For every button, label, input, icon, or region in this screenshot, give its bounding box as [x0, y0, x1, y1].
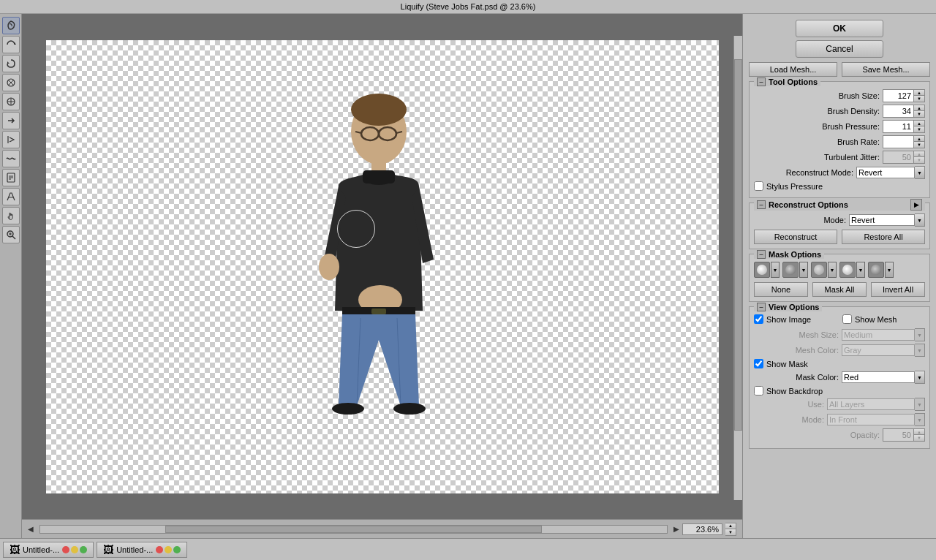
ok-button[interactable]: OK	[796, 20, 883, 37]
tool-shift-pixels[interactable]	[2, 112, 20, 129]
recon-mode-select[interactable]: Revert Rigid Stiff Smooth Loose	[849, 214, 915, 226]
tool-reflection[interactable]	[2, 131, 20, 148]
tool-twirl-cw[interactable]	[2, 55, 20, 72]
recon-mode-arrow[interactable]: ▼	[915, 213, 925, 227]
taskbar-dot-green-2[interactable]	[173, 546, 181, 553]
brush-density-input[interactable]	[883, 105, 913, 118]
brush-density-down[interactable]: ▼	[914, 111, 924, 117]
tool-options-collapse[interactable]: –	[757, 77, 766, 86]
turbulent-jitter-input[interactable]	[883, 151, 913, 164]
brush-rate-input[interactable]	[883, 135, 913, 148]
show-backdrop-label: Show Backdrop	[766, 387, 823, 396]
show-mask-checkbox[interactable]	[754, 359, 763, 368]
reconstruct-button[interactable]: Reconstruct	[754, 230, 837, 244]
taskbar-dot-yellow-1[interactable]	[71, 546, 78, 553]
tool-reconstruct[interactable]	[2, 36, 20, 53]
taskbar-dot-red-2[interactable]	[156, 546, 163, 553]
taskbar-dot-yellow-2[interactable]	[165, 546, 172, 553]
backdrop-mode-select[interactable]: In Front Behind	[827, 414, 915, 425]
brush-pressure-input-group: ▲ ▼	[883, 120, 925, 133]
show-mesh-checkbox[interactable]	[842, 314, 852, 324]
mask-icon-3-dropdown[interactable]: ▼	[828, 262, 837, 278]
brush-density-spinner[interactable]: ▲ ▼	[913, 105, 925, 118]
mask-icon-4[interactable]	[839, 262, 856, 278]
reconstruct-mode-select[interactable]: Revert Rigid Stiff Smooth Loose	[856, 167, 915, 178]
tool-thaw-mask[interactable]	[2, 188, 20, 205]
brush-size-down[interactable]: ▼	[914, 96, 924, 102]
zoom-stepper[interactable]: ▲ ▼	[725, 523, 736, 536]
opacity-up: ▲	[914, 429, 924, 435]
brush-rate-down[interactable]: ▼	[914, 142, 924, 148]
h-scrollbar-thumb[interactable]	[165, 526, 541, 533]
mask-color-select[interactable]: Red Green Blue White Black	[842, 371, 915, 383]
mask-icon-2[interactable]	[782, 262, 799, 278]
brush-rate-spinner[interactable]: ▲ ▼	[913, 135, 925, 148]
brush-size-spinner[interactable]: ▲ ▼	[913, 89, 925, 102]
use-select[interactable]: All Layers Background	[827, 398, 915, 410]
mask-options-collapse[interactable]: –	[757, 250, 766, 259]
taskbar-dot-green-1[interactable]	[80, 546, 87, 553]
mask-icon-2-dropdown[interactable]: ▼	[799, 262, 808, 278]
tool-hand[interactable]	[2, 207, 20, 224]
mask-color-row: Mask Color: Red Green Blue White Black ▼	[754, 371, 925, 384]
brush-pressure-spinner[interactable]: ▲ ▼	[913, 120, 925, 133]
opacity-input[interactable]	[883, 428, 913, 442]
cancel-button[interactable]: Cancel	[796, 40, 883, 58]
save-mesh-button[interactable]: Save Mesh...	[842, 62, 930, 77]
scroll-right[interactable]: ▶	[673, 525, 679, 533]
mesh-color-select-group: Gray Black White ▼	[842, 344, 925, 357]
stylus-pressure-checkbox[interactable]	[754, 181, 763, 191]
tool-turbulence[interactable]	[2, 150, 20, 167]
brush-density-up[interactable]: ▲	[914, 105, 924, 111]
brush-size-input[interactable]	[883, 89, 913, 102]
reconstruct-options-collapse[interactable]: –	[757, 200, 766, 209]
mask-icon-3[interactable]	[811, 262, 827, 278]
mesh-color-select[interactable]: Gray Black White	[842, 344, 915, 356]
brush-rate-up[interactable]: ▲	[914, 136, 924, 142]
svg-marker-1	[7, 61, 10, 64]
reconstruct-expand-btn[interactable]: ▶	[910, 199, 922, 211]
mesh-size-select[interactable]: Medium Small Large	[842, 329, 915, 341]
mask-all-button[interactable]: Mask All	[812, 282, 867, 297]
tool-bloat[interactable]	[2, 93, 20, 110]
tool-warp[interactable]	[2, 17, 20, 34]
mask-icon-1-dropdown[interactable]: ▼	[771, 262, 780, 278]
brush-pressure-input[interactable]	[883, 120, 913, 133]
v-scrollbar-thumb[interactable]	[734, 59, 742, 431]
zoom-up[interactable]: ▲	[725, 523, 736, 529]
tool-freeze-mask[interactable]	[2, 169, 20, 186]
zoom-down[interactable]: ▼	[725, 529, 736, 535]
mask-color-arrow[interactable]: ▼	[915, 371, 925, 384]
invert-all-button[interactable]: Invert All	[871, 282, 925, 297]
show-backdrop-checkbox[interactable]	[754, 386, 763, 396]
horizontal-scrollbar[interactable]	[39, 525, 668, 534]
load-mesh-button[interactable]: Load Mesh...	[749, 62, 837, 77]
svg-point-7	[351, 94, 407, 126]
brush-size-up[interactable]: ▲	[914, 90, 924, 96]
none-button[interactable]: None	[754, 282, 808, 297]
mask-icon-1[interactable]	[754, 262, 770, 278]
brush-pressure-up[interactable]: ▲	[914, 121, 924, 126]
view-options-collapse[interactable]: –	[757, 303, 766, 311]
brush-size-label: Brush Size:	[754, 91, 880, 100]
zoom-input[interactable]	[682, 523, 722, 535]
taskbar-dot-red-1[interactable]	[62, 546, 69, 553]
recon-mode-select-group: Revert Rigid Stiff Smooth Loose ▼	[849, 213, 925, 227]
vertical-scrollbar[interactable]	[733, 36, 742, 500]
mask-icon-5[interactable]	[868, 262, 884, 278]
tool-zoom[interactable]	[2, 226, 20, 243]
tool-pucker[interactable]	[2, 74, 20, 91]
mask-icon-5-dropdown[interactable]: ▼	[885, 262, 894, 278]
taskbar-item-1[interactable]: 🖼 Untitled-...	[3, 542, 94, 558]
show-image-checkbox[interactable]	[754, 314, 763, 324]
scroll-left[interactable]: ◀	[28, 525, 34, 533]
brush-pressure-down[interactable]: ▼	[914, 126, 924, 132]
reconstruct-mode-arrow[interactable]: ▼	[915, 166, 925, 179]
restore-all-button[interactable]: Restore All	[842, 230, 925, 244]
taskbar-item-2[interactable]: 🖼 Untitled-...	[97, 542, 187, 558]
canvas-scroll-area[interactable]	[22, 14, 742, 519]
taskbar-icon-2: 🖼	[103, 544, 113, 556]
show-mesh-row: Show Mesh	[842, 314, 925, 324]
mask-options-section: – Mask Options ▼ ▼	[749, 254, 930, 302]
mask-icon-4-dropdown[interactable]: ▼	[856, 262, 865, 278]
